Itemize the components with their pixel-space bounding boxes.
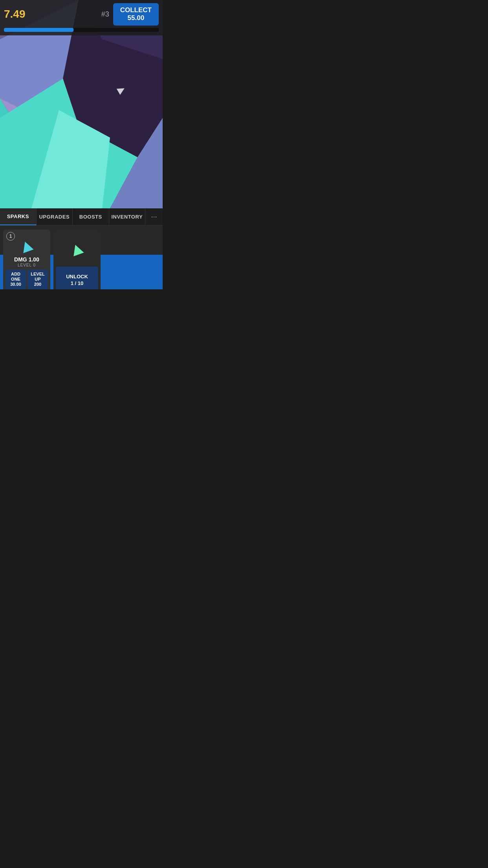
- level-up-button[interactable]: LEVEL UP 200: [28, 270, 48, 289]
- spark-arrow-green-icon: [70, 243, 84, 256]
- collect-button[interactable]: COLLECT 55.00: [113, 3, 159, 26]
- unlock-button[interactable]: UNLOCK 1 / 10: [56, 267, 98, 289]
- spark-buttons-1: ADD ONE 30.00 LEVEL UP 200: [6, 270, 48, 289]
- hud: 7.49 #3 COLLECT 55.00: [0, 0, 163, 35]
- bottom-panel: SPARKS UPGRADES BOOSTS INVENTORY ··· 1 D…: [0, 208, 163, 255]
- progress-bar: [4, 28, 159, 32]
- spark-card-1: 1 DMG 1.00 LEVEL 0 ADD ONE 30.00 LEVEL U…: [3, 230, 50, 289]
- spark-number-1: 1: [6, 232, 15, 241]
- progress-bar-fill: [4, 28, 73, 32]
- tab-boosts[interactable]: BOOSTS: [73, 208, 109, 225]
- sparks-content: 1 DMG 1.00 LEVEL 0 ADD ONE 30.00 LEVEL U…: [0, 226, 163, 289]
- add-one-button[interactable]: ADD ONE 30.00: [6, 270, 26, 289]
- more-button[interactable]: ···: [145, 208, 163, 225]
- tab-inventory[interactable]: INVENTORY: [109, 208, 146, 225]
- tab-sparks[interactable]: SPARKS: [0, 208, 37, 225]
- rank-display: #3: [101, 10, 109, 18]
- spark-dmg-1: DMG 1.00: [14, 256, 39, 263]
- score-display: 7.49: [4, 8, 26, 20]
- hud-rank-collect: #3 COLLECT 55.00: [101, 3, 159, 26]
- spark-arrow-cyan-icon: [20, 240, 33, 253]
- spark-card-2: UNLOCK 1 / 10: [53, 230, 101, 289]
- spark-level-1: LEVEL 0: [18, 263, 36, 267]
- tab-upgrades[interactable]: UPGRADES: [37, 208, 73, 225]
- tabs: SPARKS UPGRADES BOOSTS INVENTORY ···: [0, 208, 163, 226]
